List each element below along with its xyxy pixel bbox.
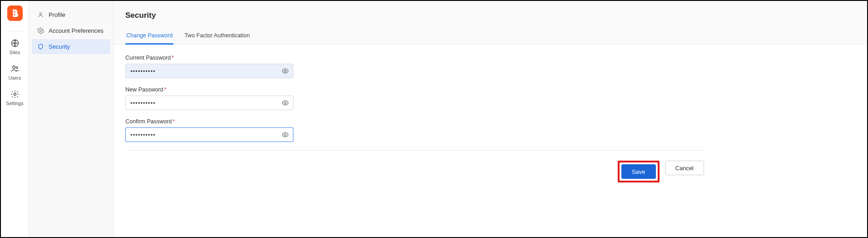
rail-item-users[interactable]: Users: [1, 61, 29, 87]
button-label: Save: [632, 168, 645, 175]
svg-point-1: [12, 66, 15, 68]
content: Current Password* New Password* Confirm …: [114, 45, 867, 237]
shield-icon: [37, 43, 44, 50]
tab-two-factor[interactable]: Two Factor Authentication: [184, 29, 251, 45]
svg-point-4: [40, 13, 41, 15]
rail-item-label: Settings: [6, 101, 24, 106]
toggle-visibility-confirm[interactable]: [280, 129, 291, 140]
users-icon: [10, 64, 20, 73]
eye-icon: [282, 67, 289, 75]
required-mark: *: [164, 86, 166, 93]
rail-divider: [6, 31, 24, 31]
label-new-password: New Password*: [125, 86, 293, 93]
user-icon: [37, 11, 44, 18]
required-mark: *: [173, 118, 175, 125]
label-text: Confirm Password: [125, 118, 172, 125]
label-current-password: Current Password*: [125, 55, 293, 61]
svg-point-6: [284, 70, 286, 72]
tab-change-password[interactable]: Change Password: [125, 29, 174, 45]
save-highlight: Save: [618, 161, 660, 182]
field-new-password: New Password*: [125, 86, 293, 110]
tab-label: Change Password: [126, 32, 173, 39]
new-password-input[interactable]: [125, 96, 293, 110]
eye-icon: [282, 131, 289, 138]
field-current-password: Current Password*: [125, 55, 293, 78]
svg-point-5: [40, 30, 42, 32]
svg-point-8: [284, 134, 286, 136]
sidebar-item-security[interactable]: Security: [32, 39, 110, 54]
rail-item-label: Sites: [10, 50, 20, 55]
confirm-password-input[interactable]: [125, 127, 293, 142]
toggle-visibility-new[interactable]: [280, 97, 291, 108]
page-header: Security Change Password Two Factor Auth…: [114, 1, 867, 45]
svg-point-3: [14, 93, 16, 96]
svg-point-7: [284, 102, 286, 104]
field-confirm-password: Confirm Password*: [125, 118, 293, 142]
globe-icon: [10, 39, 20, 48]
toggle-visibility-current[interactable]: [280, 66, 291, 76]
label-text: New Password: [125, 86, 163, 93]
app-logo: [7, 5, 23, 21]
page-title: Security: [125, 11, 855, 20]
eye-icon: [282, 99, 289, 106]
form-divider: [125, 150, 707, 151]
rail-item-settings[interactable]: Settings: [1, 87, 29, 112]
button-label: Cancel: [675, 165, 694, 172]
form-actions: Save Cancel: [125, 161, 707, 182]
save-button[interactable]: Save: [621, 164, 656, 179]
required-mark: *: [172, 55, 174, 61]
label-text: Current Password: [125, 55, 171, 61]
main: Security Change Password Two Factor Auth…: [114, 1, 867, 237]
rail-item-sites[interactable]: Sites: [1, 36, 29, 61]
app-rail: Sites Users Settings: [1, 1, 29, 237]
tabs: Change Password Two Factor Authenticatio…: [125, 28, 855, 44]
sidebar-item-label: Profile: [49, 11, 65, 18]
sidebar-item-label: Account Preferences: [49, 27, 104, 34]
current-password-input[interactable]: [125, 64, 293, 78]
cancel-button[interactable]: Cancel: [665, 161, 704, 175]
gear-icon: [37, 27, 44, 34]
settings-sidebar: Profile Account Preferences Security: [29, 1, 114, 237]
label-confirm-password: Confirm Password*: [125, 118, 293, 125]
tab-label: Two Factor Authentication: [184, 32, 250, 39]
sidebar-item-label: Security: [49, 43, 70, 50]
svg-point-2: [16, 67, 18, 69]
gear-icon: [10, 90, 20, 99]
sidebar-item-profile[interactable]: Profile: [32, 7, 110, 22]
sidebar-item-account-preferences[interactable]: Account Preferences: [32, 23, 110, 38]
rail-item-label: Users: [9, 75, 21, 81]
